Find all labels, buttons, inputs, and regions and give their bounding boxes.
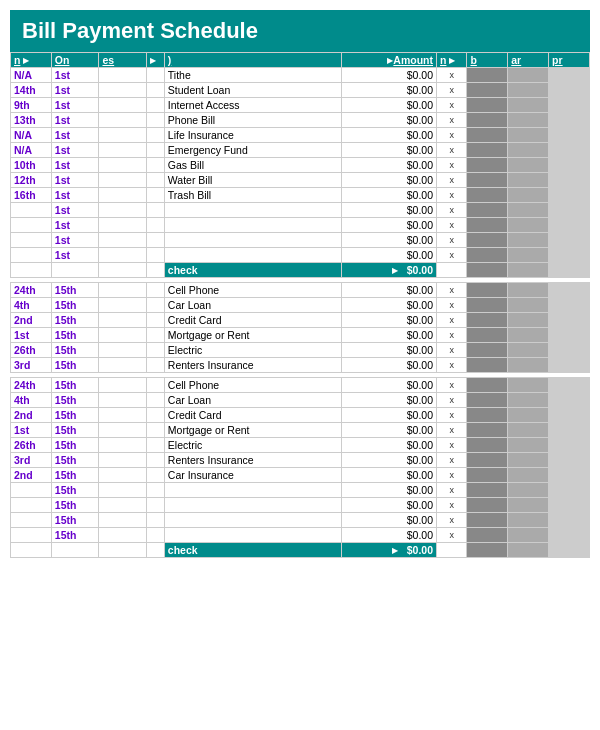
page-title: Bill Payment Schedule [10, 10, 590, 52]
header-es: es [99, 53, 147, 68]
table-row: 1st$0.00x [11, 233, 590, 248]
table-row: 24th15thCell Phone$0.00x [11, 283, 590, 298]
check-row-1: check ▸ $0.00 [11, 263, 590, 278]
table-row: 3rd15thRenters Insurance$0.00x [11, 453, 590, 468]
table-row: 13th1stPhone Bill$0.00x [11, 113, 590, 128]
table-row: 16th1stTrash Bill$0.00x [11, 188, 590, 203]
table-row: 1st15thMortgage or Rent$0.00x [11, 423, 590, 438]
table-row: 2nd15thCar Insurance$0.00x [11, 468, 590, 483]
table-row: 12th1stWater Bill$0.00x [11, 173, 590, 188]
header-ar: ar [508, 53, 549, 68]
table-row: N/A1stEmergency Fund$0.00x [11, 143, 590, 158]
table-row: 15th$0.00x [11, 513, 590, 528]
header-amount: ▸Amount [341, 53, 436, 68]
header-arrow: ▸ [147, 53, 165, 68]
table-row: 26th15thElectric$0.00x [11, 343, 590, 358]
table-body: N/A1stTithe$0.00x14th1stStudent Loan$0.0… [11, 68, 590, 558]
table-row: 14th1stStudent Loan$0.00x [11, 83, 590, 98]
bill-payment-table: n ▸ On es ▸ ) ▸Amount n ▸ b ar pr N/A1st… [10, 52, 590, 558]
table-row: 9th1stInternet Access$0.00x [11, 98, 590, 113]
table-row: 24th15thCell Phone$0.00x [11, 378, 590, 393]
table-row: 3rd15thRenters Insurance$0.00x [11, 358, 590, 373]
table-row: 2nd15thCredit Card$0.00x [11, 408, 590, 423]
table-row: 15th$0.00x [11, 528, 590, 543]
header-b: b [467, 53, 508, 68]
page: Bill Payment Schedule n ▸ On es ▸ ) ▸Amo… [0, 0, 600, 568]
table-row: 10th1stGas Bill$0.00x [11, 158, 590, 173]
table-row: 4th15thCar Loan$0.00x [11, 298, 590, 313]
header-pr: pr [549, 53, 590, 68]
header-on: On [51, 53, 99, 68]
table-row: N/A1stTithe$0.00x [11, 68, 590, 83]
table-row: N/A1stLife Insurance$0.00x [11, 128, 590, 143]
table-header: n ▸ On es ▸ ) ▸Amount n ▸ b ar pr [11, 53, 590, 68]
table-row: 2nd15thCredit Card$0.00x [11, 313, 590, 328]
header-n: n ▸ [11, 53, 52, 68]
table-row: 15th$0.00x [11, 498, 590, 513]
table-row: 26th15thElectric$0.00x [11, 438, 590, 453]
table-row: 1st$0.00x [11, 203, 590, 218]
table-row: 15th$0.00x [11, 483, 590, 498]
check-row-3: check ▸ $0.00 [11, 543, 590, 558]
header-n2: n ▸ [437, 53, 467, 68]
table-row: 1st15thMortgage or Rent$0.00x [11, 328, 590, 343]
header-desc: ) [164, 53, 341, 68]
table-row: 4th15thCar Loan$0.00x [11, 393, 590, 408]
table-row: 1st$0.00x [11, 248, 590, 263]
table-row: 1st$0.00x [11, 218, 590, 233]
